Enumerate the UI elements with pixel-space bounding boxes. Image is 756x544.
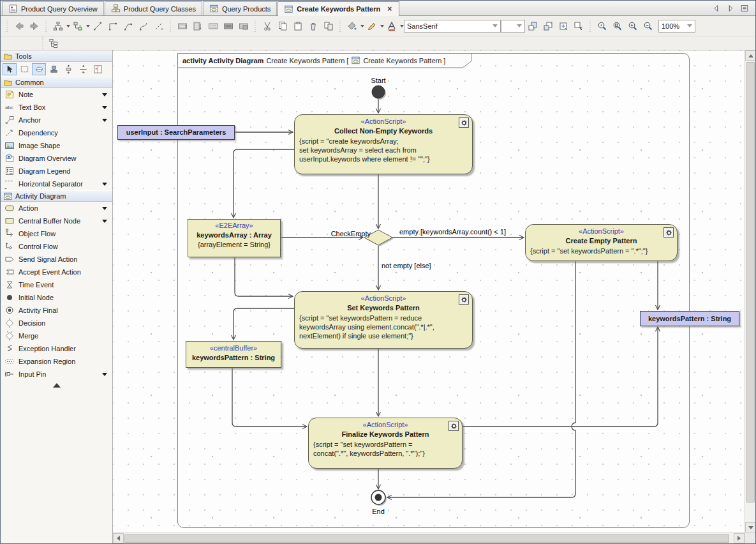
diagram-canvas[interactable]: activity Activity Diagram Create Keyword… — [113, 50, 746, 533]
edge-setpattern-to-centralbuffer[interactable] — [233, 308, 294, 340]
palette-section-activity-diagram[interactable]: Activity Diagram — [1, 190, 112, 202]
palette-item-accept-event-action[interactable]: Accept Event Action — [1, 266, 112, 278]
buffer-keywordspattern[interactable]: «centralBuffer» keywordsPattern : String — [186, 341, 281, 368]
vertical-compress-tool-button[interactable] — [76, 63, 90, 75]
previous-tab-icon[interactable] — [712, 4, 721, 13]
palette-item-activity-final[interactable]: Activity Final — [1, 304, 112, 317]
palette-item-image-shape[interactable]: Image Shape — [1, 139, 112, 152]
object-node-userinput[interactable]: userInput : SearchParameters — [117, 125, 235, 140]
toolbar-grip[interactable] — [253, 20, 258, 33]
layout-tree-button[interactable] — [50, 19, 66, 34]
font-size-select[interactable] — [501, 20, 525, 33]
apply-style-button[interactable] — [571, 19, 586, 34]
close-tab-icon[interactable]: × — [386, 4, 393, 13]
show-shadow-button[interactable] — [221, 19, 236, 34]
zoom-level-select[interactable]: 100% — [658, 20, 695, 33]
palette-item-diagram-overview[interactable]: Diagram Overview — [1, 152, 112, 165]
copy-button[interactable] — [275, 19, 290, 34]
palette-scroll-up[interactable] — [1, 381, 112, 388]
chevron-down-icon[interactable] — [102, 119, 107, 122]
next-tab-icon[interactable] — [726, 4, 735, 13]
horizontal-scroll-thumb[interactable] — [124, 534, 729, 543]
palette-item-control-flow[interactable]: Control Flow — [1, 240, 112, 253]
font-color-button[interactable] — [384, 19, 399, 34]
copy-format-button[interactable] — [321, 19, 336, 34]
edge-keywordsarray-to-setpattern[interactable] — [235, 257, 293, 296]
toolbar-grip[interactable] — [41, 37, 45, 50]
chevron-down-icon[interactable] — [102, 373, 107, 376]
palette-item-note[interactable]: Note — [1, 88, 112, 101]
palette-item-object-flow[interactable]: Object Flow — [1, 227, 112, 240]
scroll-right-button[interactable] — [734, 533, 745, 543]
connector-tool-button[interactable] — [32, 63, 46, 75]
font-family-select[interactable]: SansSerif — [404, 20, 501, 33]
path-oblique-button[interactable] — [121, 19, 136, 34]
initial-node[interactable] — [372, 86, 385, 98]
zoom-1-1-button[interactable] — [595, 19, 610, 34]
initial-node-label[interactable]: Start — [371, 77, 385, 84]
back-button[interactable] — [11, 19, 27, 34]
show-grid-button[interactable] — [205, 19, 221, 34]
to-back-button[interactable] — [540, 19, 556, 34]
palette-item-send-signal-action[interactable]: Send Signal Action — [1, 253, 112, 266]
show-window-button[interactable] — [236, 19, 251, 34]
toolbar-grip[interactable] — [338, 20, 343, 33]
toolbar-grip[interactable] — [44, 20, 48, 33]
swimlane-tool-button[interactable] — [91, 63, 105, 75]
tab-create-keywords-pattern[interactable]: Create Keywords Pattern × — [278, 1, 399, 16]
line-color-button[interactable] — [364, 19, 380, 34]
stamp-tool-button[interactable] — [47, 63, 61, 75]
chevron-down-icon[interactable] — [102, 106, 107, 109]
zoom-out-button[interactable] — [641, 19, 656, 34]
action-finalize-keywords-pattern[interactable]: «ActionScript» Finalize Keywords Pattern… — [308, 418, 463, 469]
edge-centralbuffer-to-finalize[interactable] — [232, 368, 307, 427]
chevron-down-icon[interactable] — [102, 183, 107, 186]
fill-color-button[interactable] — [345, 19, 360, 34]
paste-button[interactable] — [290, 19, 306, 34]
chevron-down-icon[interactable] — [102, 207, 107, 210]
guard-not-empty[interactable]: not empty [else] — [382, 262, 431, 269]
show-containment-button[interactable] — [47, 37, 60, 50]
buffer-keywordsarray[interactable]: «E2EArray» keywordsArray : Array {arrayE… — [188, 219, 281, 257]
tab-list-icon[interactable] — [740, 4, 749, 13]
zoom-fit-button[interactable] — [610, 19, 625, 34]
toolbar-grip[interactable] — [588, 20, 593, 33]
palette-item-input-pin[interactable]: Input Pin — [1, 368, 112, 381]
palette-item-anchor[interactable]: Anchor — [1, 114, 112, 126]
path-curved-button[interactable] — [136, 19, 151, 34]
scroll-down-button[interactable] — [745, 522, 756, 533]
to-front-button[interactable] — [525, 19, 540, 34]
palette-item-action[interactable]: Action — [1, 202, 112, 215]
edge-collect-to-keywordsarray[interactable] — [233, 149, 294, 218]
guard-empty[interactable]: empty [keywordsArray.count() < 1] — [399, 228, 506, 236]
chevron-down-icon[interactable] — [102, 220, 107, 223]
toolbar-grip[interactable] — [168, 20, 173, 33]
autosize-button[interactable] — [556, 19, 571, 34]
cut-button[interactable] — [260, 19, 275, 34]
scroll-left-button[interactable] — [113, 533, 124, 543]
layout-incremental-button[interactable] — [70, 19, 85, 34]
tab-query-products[interactable]: Query Products — [203, 1, 277, 15]
marquee-tool-button[interactable] — [17, 63, 31, 75]
palette-item-exception-handler[interactable]: Exception Handler — [1, 342, 112, 355]
palette-item-expansion-region[interactable]: Expansion Region — [1, 355, 112, 368]
vertical-scroll-thumb[interactable] — [746, 62, 755, 502]
path-custom-button[interactable] — [151, 19, 167, 34]
palette-item-time-event[interactable]: Time Event — [1, 278, 112, 291]
palette-item-diagram-legend[interactable]: Diagram Legend — [1, 165, 112, 178]
path-straight-button[interactable] — [90, 19, 105, 34]
delete-button[interactable] — [306, 19, 321, 34]
display-compartments-button[interactable] — [190, 19, 205, 34]
cursor-tool-button[interactable] — [3, 63, 17, 75]
toolbar-grip[interactable] — [5, 20, 10, 33]
zoom-in-button[interactable] — [625, 19, 641, 34]
guard-checkempty[interactable]: CheckEmpty — [331, 230, 371, 238]
action-set-keywords-pattern[interactable]: «ActionScript» Set Keywords Pattern {scr… — [294, 291, 473, 349]
palette-item-central-buffer-node[interactable]: Central Buffer Node — [1, 215, 112, 227]
palette-section-common[interactable]: Common — [1, 77, 112, 88]
path-rectilinear-button[interactable] — [105, 19, 121, 34]
palette-item-decision[interactable]: Decision — [1, 317, 112, 329]
action-create-empty-pattern[interactable]: «ActionScript» Create Empty Pattern {scr… — [525, 224, 678, 261]
palette-item-horizontal-separator[interactable]: ----Horizontal Separator — [1, 178, 112, 190]
tab-product-query-overview[interactable]: Product Query Overview — [2, 1, 104, 15]
